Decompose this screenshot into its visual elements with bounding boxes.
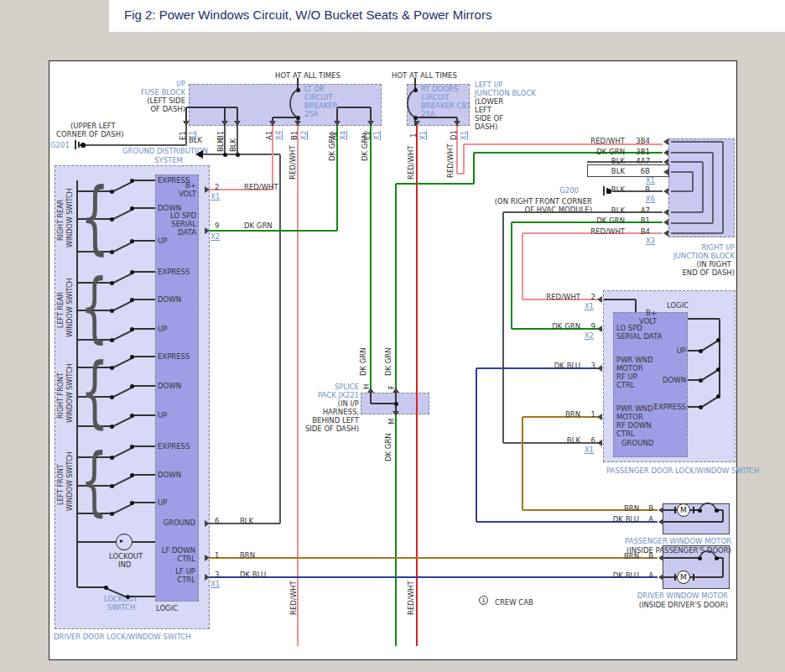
wire-redwht-3b4-row: [464, 143, 663, 145]
jb-internal: [692, 172, 694, 191]
wire-dkgrn-b1-drop: [511, 222, 512, 329]
jb-internal: [671, 211, 703, 213]
label-b: B: [648, 552, 653, 560]
junction-dot: [698, 556, 702, 560]
label-red-wht: RED/WHT: [407, 145, 415, 180]
driver-motor-caption: DRIVER WINDOW MOTOR: [637, 591, 728, 600]
lockout-ind-wire: [133, 541, 155, 543]
wire-blk-4a7-stub: [587, 161, 663, 163]
label-brn: BRN: [624, 552, 639, 560]
label-1: 1: [591, 410, 595, 419]
label-6: 6: [215, 517, 219, 525]
fuse-jumper: [186, 107, 237, 108]
wire-dkblu-drop: [476, 368, 477, 522]
terminal-chevron: [454, 121, 460, 126]
terminal-chevron: [392, 388, 399, 393]
terminal-chevron: [413, 121, 420, 126]
label-dk-grn: DK GRN: [552, 322, 580, 331]
switch-dot: [130, 206, 134, 211]
label-switch: SWITCH: [107, 603, 135, 612]
label-b4: B4: [641, 227, 650, 236]
switch-dot: [110, 190, 114, 194]
wire-redwht-rtdoors-long: [416, 126, 418, 646]
label-e1: E1: [179, 131, 187, 140]
driver-motor-symbol-tick: [674, 574, 678, 581]
label-1: 1: [409, 133, 418, 138]
label-25a: 25A: [304, 110, 319, 118]
terminal-chevron: [205, 227, 210, 234]
label-2: 2: [215, 183, 219, 191]
label-left-i-p: LEFT I/P: [475, 81, 502, 89]
switch-contact-stub: [132, 299, 155, 300]
label-a7: A7: [641, 206, 650, 215]
switch-contact-stub: [132, 474, 155, 476]
splice-internal: [371, 403, 396, 404]
label-b: B: [648, 504, 653, 513]
terminal-chevron: [597, 440, 602, 446]
label-a1: A1: [265, 131, 273, 140]
junction-dot: [715, 508, 719, 513]
jb-internal: [722, 142, 724, 233]
label-red-wht: RED/WHT: [244, 183, 278, 191]
window-switch-group-label: WINDOW SWITCH: [66, 363, 75, 423]
terminal-chevron: [663, 138, 668, 145]
switch-row-label: EXPRESS: [158, 352, 190, 361]
label-red-wht: RED/WHT: [590, 227, 625, 236]
label--inside-passenger-s-door-: (INSIDE PASSENGER'S DOOR): [626, 546, 731, 555]
label--in-i-p: (IN I/P: [338, 399, 359, 408]
label-b-: B+: [646, 309, 657, 317]
wire-dkgrn-3b1-drop: [473, 153, 475, 184]
wire-brn-drop: [522, 417, 523, 510]
jb-internal: [671, 232, 723, 234]
terminal-chevron: [221, 121, 228, 126]
wire-redwht-d1-up: [463, 144, 465, 174]
motor-internal: [663, 557, 699, 559]
label-dk-blu: DK BLU: [613, 571, 639, 580]
label--inside-driver-s-door-: (INSIDE DRIVER'S DOOR): [639, 601, 728, 609]
label-corner-of-dash-: CORNER OF DASH): [56, 130, 123, 138]
terminal-arrow: [195, 150, 203, 159]
switch-dot: [110, 281, 114, 285]
label-x1: X1: [418, 131, 427, 140]
terminal-chevron: [597, 326, 602, 332]
switch-dot: [130, 327, 134, 331]
label-b1: B1: [216, 131, 225, 140]
label-brn: BRN: [240, 551, 255, 560]
label-circuit: CIRCUIT: [421, 93, 450, 102]
switch-dot: [130, 384, 134, 388]
label-dk-grn: DK GRN: [361, 133, 369, 161]
label-lf-up: LF UP: [175, 567, 195, 576]
switch-row-label: EXPRESS: [654, 403, 686, 411]
label-dk-grn: DK GRN: [596, 148, 625, 156]
label-dk-grn: DK GRN: [596, 216, 625, 225]
junction-dot: [223, 153, 227, 157]
switch-dot: [110, 338, 114, 342]
switch-dot: [130, 270, 134, 274]
label-system: SYSTEM: [154, 156, 183, 164]
switch-dot: [104, 586, 108, 590]
jb-internal: [671, 161, 703, 163]
jb-internal: [671, 171, 693, 173]
group-brace: {: [81, 265, 108, 348]
label-d1: D1: [450, 130, 458, 140]
label-b1: B1: [641, 216, 650, 225]
terminal-chevron: [663, 169, 668, 175]
terminal-chevron: [294, 121, 301, 126]
label-ground: GROUND: [621, 439, 653, 447]
group-brace: {: [81, 174, 109, 260]
motor-internal: [722, 510, 724, 522]
group-brace: {: [81, 350, 109, 435]
label-x3: X3: [646, 237, 655, 245]
window-switch-group-label: LEFT FRONT: [57, 464, 65, 505]
label--lower: (LOWER: [475, 97, 503, 106]
window-switch-group-label: WINDOW SWITCH: [66, 278, 75, 337]
label-3: 3: [591, 362, 595, 370]
label-junction-block: JUNCTION BLOCK: [475, 89, 536, 97]
label-1: 1: [215, 551, 219, 560]
passenger-motor-box: [663, 503, 730, 534]
motor-internal: [663, 521, 723, 523]
g201-symbol: [75, 140, 76, 149]
label-x1: X1: [188, 131, 196, 140]
hot-at-all-times-left: HOT AT ALL TIMES: [275, 71, 341, 80]
terminal-chevron: [658, 507, 663, 513]
